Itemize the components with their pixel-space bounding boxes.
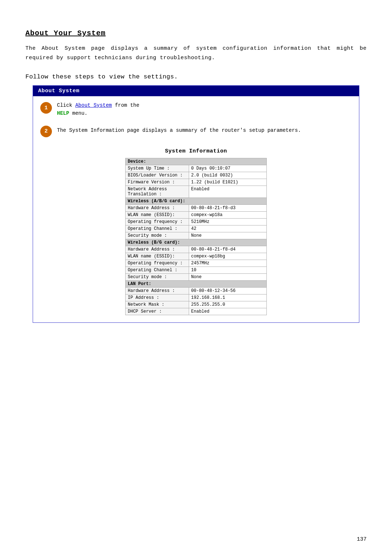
table-value: 0 Days 00:10:07 xyxy=(189,165,266,172)
step1-text-end: menu. xyxy=(69,110,87,116)
page-number: 137 xyxy=(357,536,367,542)
page-title: About Your System xyxy=(25,29,367,37)
table-value: 255.255.255.0 xyxy=(189,301,266,308)
table-label: System Up Time : xyxy=(126,165,189,172)
table-label: Operating frequency : xyxy=(126,218,189,225)
table-label: Operating Channel : xyxy=(126,267,189,273)
table-label: Security mode : xyxy=(126,273,189,280)
table-label: Firmware Version : xyxy=(126,179,189,186)
step2-circle: 2 xyxy=(40,126,52,137)
table-row: Hardware Address :00-80-48-21-f8-d4 xyxy=(126,246,267,253)
table-row: Security mode :None xyxy=(126,232,267,239)
section-header: Wireless (A/B/G card): xyxy=(126,198,267,204)
table-label: Hardware Address : xyxy=(126,204,189,211)
table-value: 1.22 (build E1021) xyxy=(189,179,266,186)
table-row: Security mode :None xyxy=(126,273,267,280)
table-row: Operating frequency :5210MHz xyxy=(126,218,267,225)
table-row: Operating Channel :42 xyxy=(126,225,267,232)
table-row: IP Address :192.168.168.1 xyxy=(126,294,267,301)
table-label: DHCP Server : xyxy=(126,308,189,315)
table-row: BIOS/Loader Version :2.0 (build 0032) xyxy=(126,172,267,179)
sysinfo-table: Device:System Up Time :0 Days 00:10:07BI… xyxy=(125,158,267,315)
step1-row: 1 Click About System from theHELP menu. xyxy=(40,101,352,118)
step1-text-before: Click xyxy=(57,102,75,108)
table-value: Enabled xyxy=(189,186,266,198)
intro-text: The About System page displays a summary… xyxy=(25,44,367,62)
table-label: Operating Channel : xyxy=(126,225,189,232)
table-label: Security mode : xyxy=(126,232,189,239)
section-header: Device: xyxy=(126,158,267,165)
step2-description: The System Information page displays a s… xyxy=(57,126,301,134)
table-label: Network Address Translation : xyxy=(126,186,189,198)
step1-text-middle: from the xyxy=(112,102,139,108)
table-row: Network Address Translation :Enabled xyxy=(126,186,267,198)
step1-circle: 1 xyxy=(40,102,52,114)
table-row: Operating Channel :10 xyxy=(126,267,267,273)
table-value: 192.168.168.1 xyxy=(189,294,266,301)
table-value: compex-wp18a xyxy=(189,211,266,218)
table-row: WLAN name (ESSID):compex-wp18a xyxy=(126,211,267,218)
section-header: LAN Port: xyxy=(126,280,267,287)
table-label: Hardware Address : xyxy=(126,246,189,253)
table-value: compex-wp18bg xyxy=(189,253,266,260)
table-value: 00-80-48-21-f8-d4 xyxy=(189,246,266,253)
step2-block: 2 The System Information page displays a… xyxy=(40,125,352,137)
table-row: Firmware Version :1.22 (build E1021) xyxy=(126,179,267,186)
box-body: 1 Click About System from theHELP menu. … xyxy=(33,96,359,322)
table-value: 00-80-48-12-34-56 xyxy=(189,287,266,294)
table-label: Network Mask : xyxy=(126,301,189,308)
table-row: System Up Time :0 Days 00:10:07 xyxy=(126,165,267,172)
table-value: None xyxy=(189,273,266,280)
table-label: WLAN name (ESSID): xyxy=(126,253,189,260)
table-value: 10 xyxy=(189,267,266,273)
main-box: About System 1 Click About System from t… xyxy=(33,85,359,323)
table-row: Network Mask :255.255.255.0 xyxy=(126,301,267,308)
step1-text: Click About System from theHELP menu. xyxy=(57,101,139,118)
sysinfo-container: System Information Device:System Up Time… xyxy=(40,148,352,315)
table-label: IP Address : xyxy=(126,294,189,301)
table-label: Hardware Address : xyxy=(126,287,189,294)
table-row: Hardware Address :00-80-48-21-f8-d3 xyxy=(126,204,267,211)
table-label: Operating frequency : xyxy=(126,260,189,267)
table-row: Hardware Address :00-80-48-12-34-56 xyxy=(126,287,267,294)
box-header: About System xyxy=(33,86,359,96)
table-value: 2.0 (build 0032) xyxy=(189,172,266,179)
section-header: Wireless (B/G card): xyxy=(126,239,267,246)
table-value: 42 xyxy=(189,225,266,232)
table-value: 5210MHz xyxy=(189,218,266,225)
table-row: Operating frequency :2457MHz xyxy=(126,260,267,267)
sysinfo-title: System Information xyxy=(165,148,227,154)
table-label: BIOS/Loader Version : xyxy=(126,172,189,179)
table-value: 2457MHz xyxy=(189,260,266,267)
table-value: 00-80-48-21-f8-d3 xyxy=(189,204,266,211)
table-value: None xyxy=(189,232,266,239)
table-label: WLAN name (ESSID): xyxy=(126,211,189,218)
step1-link-help[interactable]: HELP xyxy=(57,110,69,116)
table-row: WLAN name (ESSID):compex-wp18bg xyxy=(126,253,267,260)
table-row: DHCP Server :Enabled xyxy=(126,308,267,315)
follow-steps-text: Follow these steps to view the settings. xyxy=(25,73,367,80)
step1-link-about[interactable]: About System xyxy=(75,102,112,108)
table-value: Enabled xyxy=(189,308,266,315)
